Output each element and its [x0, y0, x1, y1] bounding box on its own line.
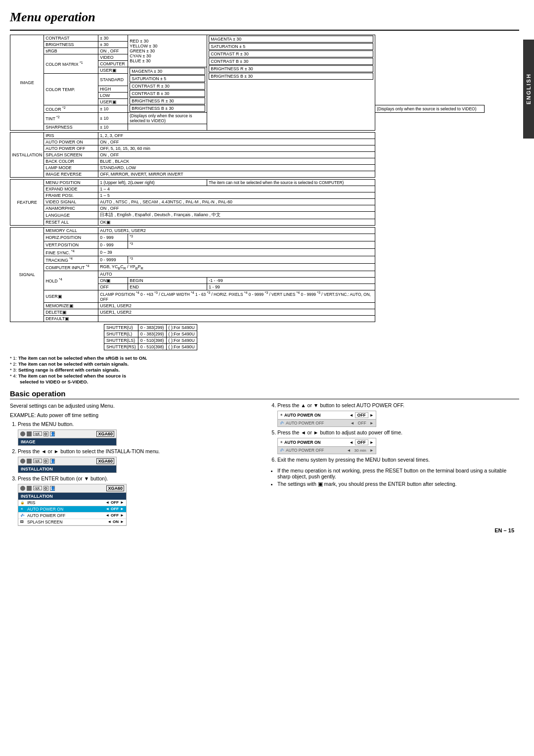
table-row: SHUTTER(L) 0 - 383(299) ( ):For S490U	[104, 331, 197, 337]
shutter-l-range: 0 - 383(299)	[138, 331, 166, 337]
category-image: IMAGE	[10, 35, 44, 131]
language-sidebar: ENGLISH	[523, 40, 534, 139]
table-row: TRACKING *4 0 - 9999 *3	[10, 256, 485, 263]
sub-item-auto-power-on: AUTO POWER ON	[44, 139, 98, 145]
table-row: FINE SYNC. *4 0 – 39	[10, 248, 485, 256]
sub-item-fine-sync: FINE SYNC. *4	[44, 248, 98, 256]
ap-value-1: OFF	[355, 412, 368, 418]
step-5: Press the ◄ or ► button to adjust auto p…	[277, 429, 519, 454]
menu-header-2: opt. ⚙ 👤 XGA60	[18, 457, 116, 466]
table-row: LAMP MODE STANDARD, LOW	[10, 165, 485, 171]
icon-gear-2: ⚙	[44, 459, 48, 464]
ap2-arrow-l-1: ◄	[349, 440, 353, 445]
table-row: SHUTTER(LS) 0 - 510(398) ( ):For S490U	[104, 337, 197, 344]
value-image-reverse: OFF, MIRROR, INVERT, MIRROR INVERT	[98, 171, 375, 178]
splash-arrow-l: ◄	[107, 520, 111, 524]
ap-arrow-r-2: ►	[370, 421, 374, 425]
table-row: DEFAULT▣	[10, 316, 485, 322]
step-6: Exit the menu system by pressing the MEN…	[277, 457, 519, 463]
value-user2: USER▣	[98, 99, 128, 105]
menu-header-3: opt. ⚙ 👤 XGA60	[18, 484, 126, 493]
table-row: USER▣ CLAMP POSITION *4 0 - +63 *3 / CLA…	[10, 290, 485, 303]
step-3: Press the ENTER button (or ▼ button). op…	[18, 475, 260, 526]
table-row: EXPAND MODE 1 – 4	[10, 186, 485, 192]
example-text: EXAMPLE: Auto power off time setting	[10, 412, 260, 419]
sub-item-color-matrix: COLOR MATRIX *1	[44, 54, 98, 74]
category-installation: INSTALLATION	[10, 133, 44, 178]
value-low: LOW	[98, 93, 128, 99]
apoff-icon: 💤	[20, 514, 27, 518]
table-row: AUTO POWER OFF OFF, 5, 10, 15, 30, 60 mi…	[10, 145, 485, 152]
table-row: IMAGE CONTRAST ± 30 RED ± 30 YELLOW ± 30…	[10, 35, 485, 42]
menu-structure-table: IMAGE CONTRAST ± 30 RED ± 30 YELLOW ± 30…	[10, 35, 485, 322]
sub-item-color: COLOR *2	[44, 105, 98, 113]
shutter-ls-note: ( ):For S490U	[166, 337, 197, 344]
table-row: VERT.POSITION 0 - 999 *3	[10, 241, 485, 248]
ap2-icon-2: 💤	[280, 448, 284, 452]
note-tint: (Displays only when the source is select…	[128, 113, 207, 124]
opt-label: opt.	[33, 431, 42, 436]
table-row: HORIZ.POSITION 0 - 999 *3	[10, 234, 485, 241]
sub-item-contrast: CONTRAST	[44, 35, 98, 42]
value-computer: COMPUTER	[98, 61, 128, 67]
opt-label-2: opt.	[33, 459, 42, 463]
shutter-rs-label: SHUTTER(RS)	[104, 344, 138, 350]
sub-item-srgb: sRGB	[44, 48, 98, 54]
icon-circle-3	[20, 486, 25, 491]
footnotes-section: * 1: The item can not be selected when t…	[10, 355, 519, 384]
apo-label: AUTO POWER ON	[27, 507, 105, 512]
table-row: MEMORIZE▣ USER1, USER2	[10, 303, 485, 309]
auto-power-display-1: ☀ AUTO POWER ON ◄ OFF ► 💤 AUTO POWER OFF…	[277, 411, 376, 427]
apoff-arrow-r: ►	[120, 513, 124, 518]
shutter-ls-label: SHUTTER(LS)	[104, 337, 138, 344]
footnote-4: * 4: The item can not be selected when t…	[10, 373, 519, 378]
sub-item-horiz-pos: HORIZ.POSITION	[44, 234, 98, 241]
table-row: RESET ALL OK▣	[10, 219, 485, 226]
shutter-u-label: SHUTTER(U)	[104, 325, 138, 331]
value-lamp-mode: STANDARD, LOW	[98, 165, 375, 171]
table-row: SPLASH SCREEN ON , OFF	[10, 152, 485, 158]
ap-arrow-l-2: ◄	[350, 421, 354, 425]
sub-item-sharpness: SHARPNESS	[44, 124, 98, 131]
icon-person-3: 👤	[50, 486, 55, 491]
icon-square-2	[27, 459, 32, 464]
ap2-icon-1: ☀	[280, 440, 283, 444]
value-delete: USER1, USER2	[98, 309, 375, 316]
sub-item-tint: TINT *2	[44, 113, 98, 124]
shutter-ls-range: 0 - 510(398)	[138, 337, 166, 344]
iris-arrow-l: ◄	[105, 500, 109, 505]
category-signal: SIGNAL	[10, 228, 44, 322]
page-container: ENGLISH Menu operation IMAGE CONTRAST ± …	[0, 0, 534, 538]
shutter-rs-note: ( ):For S490U	[166, 344, 197, 350]
table-row: SHUTTER(U) 0 - 383(299) ( ):For S490U	[104, 325, 197, 331]
table-row: IMAGE REVERSE OFF, MIRROR, INVERT, MIRRO…	[10, 171, 485, 178]
title-divider	[10, 30, 519, 31]
value-back-color: BLUE , BLACK	[98, 158, 375, 165]
sub-item-iris: IRIS	[44, 133, 98, 139]
iris-label: IRIS	[27, 500, 105, 505]
shutter-l-label: SHUTTER(L)	[104, 331, 138, 337]
ap-icon-1: ☀	[280, 413, 283, 417]
shutter-u-note: ( ):For S490U	[166, 325, 197, 331]
apoff-value: OFF	[111, 513, 119, 518]
value-memory-call: AUTO, USER1, USER2	[98, 228, 375, 234]
value-tint: ± 10	[98, 113, 128, 124]
splash-arrow-r: ►	[120, 520, 124, 524]
table-row: INSTALLATION IRIS 1, 2, 3, OFF	[10, 133, 485, 139]
value-auto-power-on: ON , OFF	[98, 139, 375, 145]
value-srgb: ON , OFF	[98, 48, 128, 54]
intro-text: Several settings can be adjusted using M…	[10, 402, 260, 410]
iris-arrow-r: ►	[120, 500, 124, 505]
left-column: Several settings can be adjusted using M…	[10, 402, 260, 528]
footnote-4-cont: selected to VIDEO or S-VIDEO.	[20, 379, 519, 384]
value-reset-all: OK▣	[98, 219, 375, 226]
sub-item-auto-power-off: AUTO POWER OFF	[44, 145, 98, 152]
menu-icons-3: opt. ⚙ 👤	[20, 486, 55, 491]
ap-arrow-l-1: ◄	[349, 413, 353, 418]
installation-tab: INSTALLATION	[18, 466, 116, 472]
bullet-2: The settings with ▣ mark, you should pre…	[277, 481, 519, 487]
sub-item-vert-pos: VERT.POSITION	[44, 241, 98, 248]
value-horiz-note: *3	[128, 234, 375, 241]
sub-item-memory-call: MEMORY CALL	[44, 228, 98, 234]
value-color: ± 10	[98, 105, 128, 113]
